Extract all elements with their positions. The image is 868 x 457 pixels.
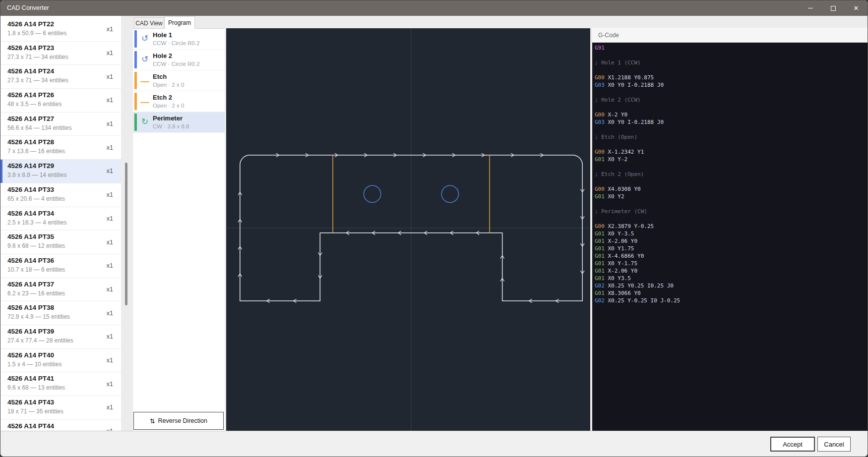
operation-details: CCW · Circle R0.2 (153, 61, 222, 67)
operation-accent-bar (134, 93, 137, 110)
gcode-line: G00 X4.0308 Y0 (595, 185, 868, 193)
operation-name: Hole 1 (153, 31, 222, 39)
part-quantity: x1 (107, 73, 113, 80)
part-quantity: x1 (107, 381, 113, 388)
gcode-line: ; Hole 2 (CCW) (595, 96, 868, 104)
part-list-item[interactable]: 4526 A14 PT293.8 x 8.8 — 14 entitiesx1 (0, 160, 121, 183)
part-list-item[interactable]: 4526 A14 PT419.6 x 68 — 13 entitiesx1 (0, 372, 121, 396)
part-list-item[interactable]: 4526 A14 PT3872.9 x 4.9 — 15 entitiesx1 (0, 301, 121, 325)
gcode-line: G00 X-1.2342 Y1 (595, 148, 868, 156)
part-quantity: x1 (107, 97, 113, 104)
part-dimensions: 10.7 x 18 — 6 entities (7, 266, 114, 273)
part-name: 4526 A14 PT36 (7, 257, 114, 265)
operation-details: Open · 2 x 0 (153, 82, 222, 88)
part-list-item[interactable]: 4526 A14 PT376.2 x 23 — 16 entitiesx1 (0, 278, 121, 302)
cad-drawing (226, 28, 590, 431)
part-name: 4526 A14 PT27 (7, 115, 114, 123)
window-title: CAD Converter (7, 4, 49, 11)
cancel-button[interactable]: Cancel (817, 437, 851, 452)
gcode-line: ; Etch (Open) (595, 133, 868, 141)
gcode-line: G01 X-4.6866 Y0 (595, 252, 868, 260)
ccw-rotation-icon: ↺ (139, 54, 150, 65)
gcode-line (595, 200, 868, 208)
gcode-text[interactable]: G91 ; Hole 1 (CCW) G00 X1.2188 Y0.875G03… (592, 43, 868, 431)
part-list-item[interactable]: 4526 A14 PT44x1 (0, 420, 121, 431)
part-list-item[interactable]: 4526 A14 PT2756.6 x 64 — 134 entitiesx1 (0, 113, 121, 136)
part-quantity: x1 (107, 191, 113, 198)
accept-button[interactable]: Accept (770, 437, 815, 452)
part-list-item[interactable]: 4526 A14 PT4318 x 71 — 35 entitiesx1 (0, 396, 121, 420)
part-list-item[interactable]: 4526 A14 PT3610.7 x 18 — 6 entitiesx1 (0, 254, 121, 278)
title-bar[interactable]: CAD Converter ✕ (0, 0, 868, 16)
tab-program[interactable]: Program (164, 16, 195, 29)
ccw-rotation-icon: ↺ (139, 33, 150, 45)
part-name: 4526 A14 PT39 (7, 328, 114, 336)
part-name: 4526 A14 PT33 (7, 186, 114, 194)
part-name: 4526 A14 PT23 (7, 44, 114, 52)
gcode-line: G01 X0 Y-3.5 (595, 230, 868, 237)
gcode-line: ; Hole 1 (CCW) (595, 59, 868, 66)
program-operation-item[interactable]: ↺Hole 1CCW · Circle R0.2 (133, 29, 225, 50)
part-list-item[interactable]: 4526 A14 PT342.5 x 16.3 — 4 entitiesx1 (0, 207, 121, 231)
cw-rotation-icon: ↻ (139, 116, 150, 128)
maximize-button[interactable] (822, 0, 845, 16)
part-list-item[interactable]: 4526 A14 PT359.6 x 68 — 12 entitiesx1 (0, 230, 121, 254)
gcode-line: ; Etch 2 (Open) (595, 171, 868, 178)
part-list-item[interactable]: 4526 A14 PT2427.3 x 71 — 34 entitiesx1 (0, 65, 121, 89)
part-dimensions: 7 x 13.6 — 16 entities (7, 148, 114, 155)
operation-accent-bar (134, 72, 137, 89)
part-name: 4526 A14 PT40 (7, 351, 114, 359)
part-list-item[interactable]: 4526 A14 PT287 x 13.6 — 16 entitiesx1 (0, 136, 121, 160)
reverse-direction-button[interactable]: ⇅ Reverse Direction (133, 412, 224, 430)
part-list-item[interactable]: 4526 A14 PT401.5 x 4 — 10 entitiesx1 (0, 349, 121, 373)
gcode-line: G01 X-2.06 Y0 (595, 267, 868, 275)
gcode-line (595, 163, 868, 171)
part-quantity: x1 (107, 215, 113, 222)
part-dimensions: 2.5 x 16.3 — 4 entities (7, 219, 114, 226)
part-quantity: x1 (107, 239, 113, 246)
program-operation-item[interactable]: EtchOpen · 2 x 0 (133, 70, 225, 91)
gcode-line: G01 X0 Y3.5 (595, 275, 868, 282)
program-operation-item[interactable]: ↺Hole 2CCW · Circle R0.2 (133, 50, 225, 70)
close-button[interactable]: ✕ (845, 0, 868, 16)
part-list-item[interactable]: 4526 A14 PT221.8 x 50.9 — 6 entitiesx1 (0, 18, 121, 42)
etch-line-icon (139, 74, 150, 86)
gcode-line (595, 141, 868, 148)
tab-cad-view[interactable]: CAD View (134, 17, 164, 29)
gcode-line: G01 X0 Y1.75 (595, 245, 868, 252)
operation-details: CW · 3.8 x 8.8 (153, 123, 222, 129)
part-quantity: x1 (107, 310, 113, 317)
part-list-scrollbar-track[interactable] (121, 16, 133, 431)
part-list-scrollbar-thumb[interactable] (125, 163, 127, 305)
part-dimensions: 3.8 x 8.8 — 14 entities (7, 171, 114, 178)
part-quantity: x1 (107, 26, 113, 33)
part-quantity: x1 (107, 144, 113, 151)
maximize-icon (831, 6, 836, 11)
part-dimensions: 18 x 71 — 35 entities (7, 408, 114, 415)
part-list[interactable]: 4526 A14 PT221.8 x 50.9 — 6 entitiesx145… (0, 16, 121, 431)
part-dimensions: 65 x 20.6 — 4 entities (7, 195, 114, 202)
program-operation-item[interactable]: Etch 2Open · 2 x 0 (133, 91, 225, 112)
minimize-button[interactable] (799, 0, 822, 16)
gcode-line: G03 X0 Y0 I-0.2188 J0 (595, 81, 868, 89)
program-operation-item[interactable]: ↻PerimeterCW · 3.8 x 8.8 (133, 112, 225, 133)
part-list-item[interactable]: 4526 A14 PT3927.4 x 77.4 — 28 entitiesx1 (0, 325, 121, 349)
part-list-item[interactable]: 4526 A14 PT3365 x 20.6 — 4 entitiesx1 (0, 183, 121, 207)
part-quantity: x1 (107, 357, 113, 364)
gcode-line (595, 66, 868, 74)
part-quantity: x1 (107, 120, 113, 127)
part-list-item[interactable]: 4526 A14 PT2327.3 x 71 — 34 entitiesx1 (0, 42, 121, 65)
gcode-panel-header: G-Code (592, 28, 868, 43)
part-name: 4526 A14 PT29 (7, 162, 114, 170)
gcode-line (595, 52, 868, 59)
part-quantity: x1 (107, 168, 113, 174)
part-dimensions: 9.6 x 68 — 12 entities (7, 242, 114, 249)
part-list-item[interactable]: 4526 A14 PT2648 x 3.5 — 6 entitiesx1 (0, 89, 121, 113)
part-dimensions: 72.9 x 4.9 — 15 entities (7, 313, 114, 320)
part-dimensions: 56.6 x 64 — 134 entities (7, 124, 114, 131)
cad-viewport[interactable] (226, 28, 590, 431)
gcode-line (595, 126, 868, 133)
gcode-line: G00 X1.2188 Y0.875 (595, 74, 868, 81)
part-name: 4526 A14 PT38 (7, 304, 114, 312)
operation-accent-bar (134, 30, 137, 48)
